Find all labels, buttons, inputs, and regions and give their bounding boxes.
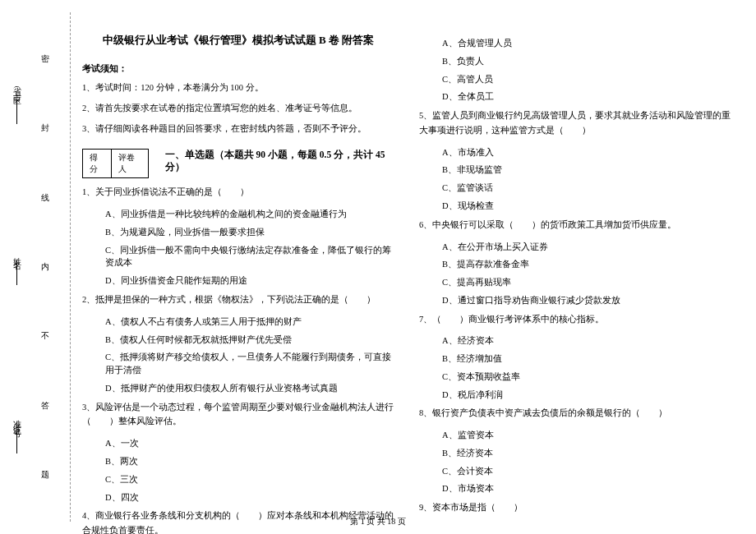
question-9-stem: 9、资本市场是指（ ）: [419, 500, 731, 515]
q6-opt-d: D、通过窗口指导劝告商业银行减少贷款发放: [442, 294, 731, 307]
question-1-stem: 1、关于同业拆借说法不正确的是（ ）: [82, 185, 394, 200]
seal-char: 封: [41, 122, 49, 134]
seal-char: 线: [41, 192, 49, 204]
q5-opt-c: C、监管谈话: [442, 182, 731, 195]
vline: [16, 260, 17, 285]
vlabel-ticket: 准考证号: [11, 413, 22, 426]
vlabel-group-ticket: 准考证号: [11, 413, 22, 453]
q1-opt-b: B、为规避风险，同业拆借一般要求担保: [105, 226, 394, 239]
seal-markers: 密 封 线 内 不 答 题: [33, 0, 58, 534]
q1-opt-c: C、同业拆借一般不需向中央银行缴纳法定存款准备金，降低了银行的筹资成本: [105, 244, 394, 270]
q5-opt-b: B、非现场监管: [442, 163, 731, 177]
score-cell-grader: 评卷人: [112, 150, 147, 177]
q8-opt-c: C、会计资本: [442, 465, 731, 478]
seal-char: 答: [41, 400, 49, 412]
score-box: 得分 评卷人: [82, 149, 149, 178]
q3-opt-a: A、一次: [105, 437, 394, 450]
q4-opt-b: B、负责人: [442, 55, 731, 68]
q4-opt-d: D、全体员工: [442, 90, 731, 104]
q7-opt-d: D、税后净利润: [442, 389, 731, 402]
question-7-stem: 7、（ ）商业银行考评体系中的核心指标。: [419, 312, 731, 327]
page-container: 省（市区） 姓名 准考证号 密 封 线 内 不 答 题 中级银行从业考试《银行管…: [0, 0, 756, 534]
question-2-stem: 2、抵押是担保的一种方式，根据《物权法》，下列说法正确的是（ ）: [82, 292, 394, 307]
score-cell-score: 得分: [83, 150, 112, 177]
notice-label: 考试须知：: [82, 62, 394, 75]
q8-opt-b: B、经济资本: [442, 447, 731, 460]
q8-opt-a: A、监管资本: [442, 429, 731, 442]
seal-char: 题: [41, 469, 49, 481]
left-column: 中级银行从业考试《银行管理》模拟考试试题 B 卷 附答案 考试须知： 1、考试时…: [82, 16, 394, 513]
binding-dashed-line: [70, 12, 71, 522]
q4-opt-c: C、高管人员: [442, 73, 731, 86]
vlabel-group-province: 省（市区）: [11, 81, 22, 124]
question-8-stem: 8、银行资产负债表中资产减去负债后的余额是银行的（ ）: [419, 406, 731, 421]
q1-opt-a: A、同业拆借是一种比较纯粹的金融机构之间的资金融通行为: [105, 208, 394, 221]
question-6-stem: 6、中央银行可以采取（ ）的货币政策工具增加货币供应量。: [419, 218, 731, 232]
seal-char: 不: [41, 330, 49, 342]
q5-opt-a: A、市场准入: [442, 146, 731, 159]
seal-char: 密: [41, 53, 49, 65]
q2-opt-d: D、抵押财产的使用权归债权人所有银行从业资格考试真题: [105, 382, 394, 395]
q4-opt-a: A、合规管理人员: [442, 37, 731, 50]
q6-opt-a: A、在公开市场上买入证券: [442, 241, 731, 254]
page-footer: 第 1 页 共 18 页: [0, 516, 756, 527]
instruction-2: 2、请首先按要求在试卷的指定位置填写您的姓名、准考证号等信息。: [82, 102, 394, 116]
vlabel-province: 省（市区）: [11, 81, 22, 97]
vline: [16, 429, 17, 453]
q5-opt-d: D、现场检查: [442, 200, 731, 213]
q1-opt-d: D、同业拆借资金只能作短期的用途: [105, 274, 394, 288]
right-column: A、合规管理人员 B、负责人 C、高管人员 D、全体员工 5、监管人员到商业银行…: [419, 16, 731, 513]
vertical-labels: 省（市区） 姓名 准考证号: [0, 0, 33, 534]
q6-opt-c: C、提高再贴现率: [442, 276, 731, 289]
q6-opt-b: B、提高存款准备金率: [442, 258, 731, 271]
seal-char: 内: [41, 261, 49, 273]
content-area: 中级银行从业考试《银行管理》模拟考试试题 B 卷 附答案 考试须知： 1、考试时…: [82, 16, 731, 513]
q2-opt-a: A、债权人不占有债务人或第三人用于抵押的财产: [105, 315, 394, 329]
question-3-stem: 3、风险评估是一个动态过程，每个监管周期至少要对银行业金融机构法人进行（ ）整体…: [82, 400, 394, 430]
vlabel-name: 姓名: [11, 251, 22, 258]
q7-opt-c: C、资本预期收益率: [442, 371, 731, 384]
q3-opt-c: C、三次: [105, 473, 394, 486]
part-heading: 一、单选题（本题共 90 小题，每题 0.5 分，共计 45 分）: [165, 149, 394, 173]
q2-opt-c: C、抵押须将财产移交给债权人，一旦债务人不能履行到期债务，可直接用于清偿: [105, 351, 394, 377]
instruction-1: 1、考试时间：120 分钟，本卷满分为 100 分。: [82, 81, 394, 95]
q8-opt-d: D、市场资本: [442, 482, 731, 495]
q2-opt-b: B、债权人任何时候都无权就抵押财产优先受偿: [105, 334, 394, 347]
question-5-stem: 5、监管人员到商业银行约见高级管理人员，要求其就业务活动和风险管理的重大事项进行…: [419, 108, 731, 138]
vlabel-group-name: 姓名: [11, 251, 22, 285]
exam-title: 中级银行从业考试《银行管理》模拟考试试题 B 卷 附答案: [82, 33, 394, 48]
part-heading-row: 得分 评卷人 一、单选题（本题共 90 小题，每题 0.5 分，共计 45 分）: [82, 142, 394, 185]
q7-opt-b: B、经济增加值: [442, 352, 731, 366]
vline: [16, 99, 17, 124]
instruction-3: 3、请仔细阅读各种题目的回答要求，在密封线内答题，否则不予评分。: [82, 122, 394, 136]
q3-opt-b: B、两次: [105, 455, 394, 468]
q7-opt-a: A、经济资本: [442, 334, 731, 348]
q3-opt-d: D、四次: [105, 491, 394, 504]
